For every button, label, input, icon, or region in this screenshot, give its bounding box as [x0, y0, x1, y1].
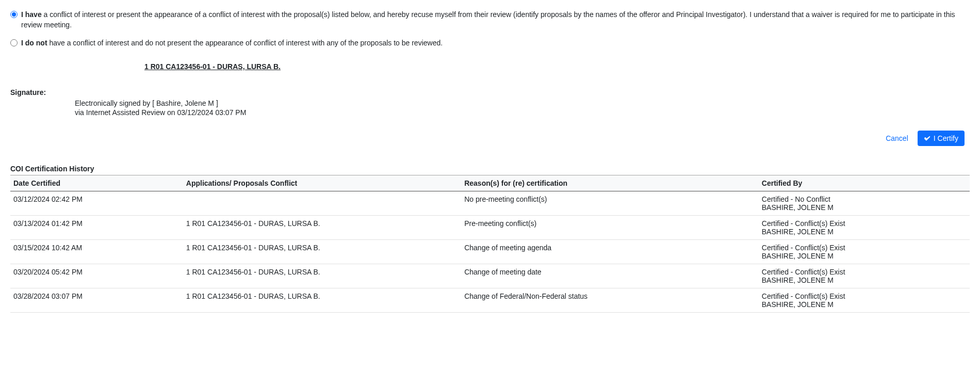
cancel-link[interactable]: Cancel: [886, 134, 908, 142]
cell-reason: Change of Federal/Non-Federal status: [461, 288, 759, 313]
conflict-not-text: have a conflict of interest and do not p…: [47, 39, 443, 47]
table-row: 03/28/2024 03:07 PM1 R01 CA123456-01 - D…: [10, 288, 970, 313]
signature-line-1: Electronically signed by [ Bashire, Jole…: [75, 99, 970, 108]
certify-button[interactable]: I Certify: [918, 131, 965, 146]
check-icon: [924, 135, 930, 142]
cell-date: 03/12/2024 02:42 PM: [10, 191, 183, 216]
signature-block: Electronically signed by [ Bashire, Jole…: [75, 99, 970, 117]
col-date-header: Date Certified: [10, 175, 183, 191]
table-row: 03/12/2024 02:42 PMNo pre-meeting confli…: [10, 191, 970, 216]
signature-label: Signature:: [10, 88, 970, 96]
cell-date: 03/15/2024 10:42 AM: [10, 240, 183, 264]
table-row: 03/13/2024 01:42 PM1 R01 CA123456-01 - D…: [10, 216, 970, 240]
action-bar: Cancel I Certify: [10, 131, 970, 146]
conflict-have-radio[interactable]: [10, 11, 18, 18]
signature-line-2: via Internet Assisted Review on 03/12/20…: [75, 108, 970, 117]
cell-apps: 1 R01 CA123456-01 - DURAS, LURSA B.: [183, 288, 461, 313]
cell-date: 03/13/2024 01:42 PM: [10, 216, 183, 240]
conflict-not-bold: I do not: [21, 39, 47, 47]
proposal-link[interactable]: 1 R01 CA123456-01 - DURAS, LURSA B.: [144, 62, 970, 71]
cell-by: Certified - Conflict(s) ExistBASHIRE, JO…: [759, 216, 970, 240]
cell-date: 03/20/2024 05:42 PM: [10, 264, 183, 288]
cell-reason: Change of meeting agenda: [461, 240, 759, 264]
conflict-have-option: I have a conflict of interest or present…: [10, 9, 970, 30]
cell-reason: Change of meeting date: [461, 264, 759, 288]
conflict-have-bold: I have: [21, 10, 42, 19]
history-table: Date Certified Applications/ Proposals C…: [10, 175, 970, 313]
conflict-not-option: I do not have a conflict of interest and…: [10, 38, 970, 48]
cell-apps: 1 R01 CA123456-01 - DURAS, LURSA B.: [183, 240, 461, 264]
conflict-have-label[interactable]: I have a conflict of interest or present…: [21, 9, 970, 30]
conflict-have-text: a conflict of interest or present the ap…: [21, 10, 955, 29]
conflict-not-label[interactable]: I do not have a conflict of interest and…: [21, 38, 970, 48]
cell-by: Certified - Conflict(s) ExistBASHIRE, JO…: [759, 240, 970, 264]
col-by-header: Certified By: [759, 175, 970, 191]
col-apps-header: Applications/ Proposals Conflict: [183, 175, 461, 191]
cell-by: Certified - Conflict(s) ExistBASHIRE, JO…: [759, 264, 970, 288]
conflict-not-radio[interactable]: [10, 39, 18, 46]
table-header-row: Date Certified Applications/ Proposals C…: [10, 175, 970, 191]
history-title: COI Certification History: [10, 165, 970, 173]
cell-reason: Pre-meeting conflict(s): [461, 216, 759, 240]
cell-by: Certified - No ConflictBASHIRE, JOLENE M: [759, 191, 970, 216]
col-reason-header: Reason(s) for (re) certification: [461, 175, 759, 191]
cell-apps: 1 R01 CA123456-01 - DURAS, LURSA B.: [183, 264, 461, 288]
table-row: 03/15/2024 10:42 AM1 R01 CA123456-01 - D…: [10, 240, 970, 264]
cell-by: Certified - Conflict(s) ExistBASHIRE, JO…: [759, 288, 970, 313]
certify-button-label: I Certify: [934, 134, 958, 142]
cell-apps: 1 R01 CA123456-01 - DURAS, LURSA B.: [183, 216, 461, 240]
cell-date: 03/28/2024 03:07 PM: [10, 288, 183, 313]
table-row: 03/20/2024 05:42 PM1 R01 CA123456-01 - D…: [10, 264, 970, 288]
cell-reason: No pre-meeting conflict(s): [461, 191, 759, 216]
cell-apps: [183, 191, 461, 216]
